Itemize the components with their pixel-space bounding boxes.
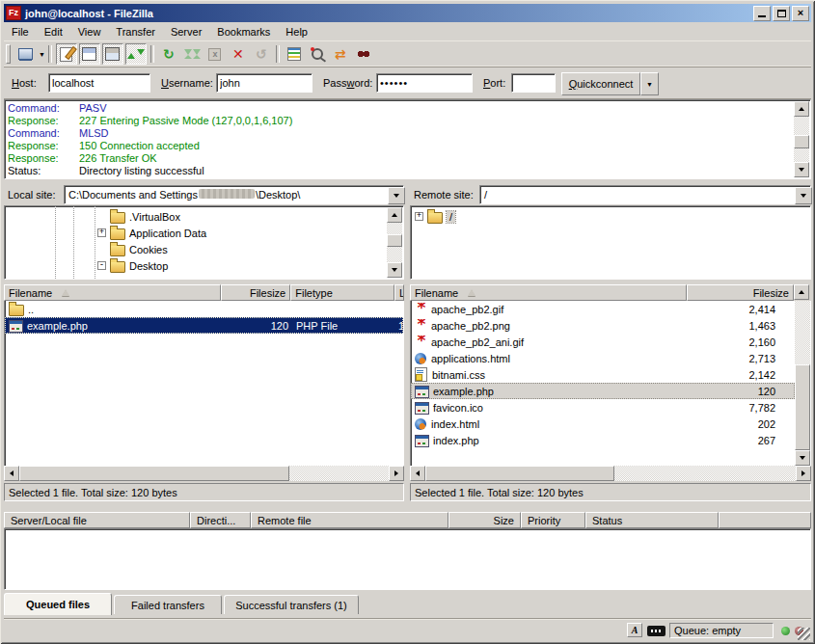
close-button[interactable]: × [792, 6, 809, 21]
resize-grip[interactable] [798, 628, 810, 640]
menu-server[interactable]: Server [163, 23, 209, 40]
title-bar[interactable]: Fz john@localhost - FileZilla × [4, 4, 811, 22]
scroll-down-button[interactable] [387, 262, 402, 278]
process-queue-button[interactable] [181, 43, 203, 65]
reconnect-button[interactable]: ↺ [251, 43, 272, 65]
scroll-up-button[interactable] [387, 207, 402, 223]
local-col-filetype[interactable]: Filetype [290, 284, 394, 301]
file-row[interactable]: applications.html2,713 [411, 350, 795, 366]
menu-help[interactable]: Help [278, 23, 315, 40]
expander-icon[interactable]: - [97, 261, 106, 270]
file-row[interactable]: *apache_pb2_ani.gif2,160 [411, 334, 795, 350]
menu-file[interactable]: File [4, 23, 37, 40]
filezilla-app-icon[interactable]: Fz [6, 6, 21, 20]
scroll-down-button[interactable] [795, 450, 810, 466]
expander-icon[interactable]: + [415, 212, 423, 221]
site-manager-button[interactable] [14, 43, 36, 65]
queue-col-direction[interactable]: Directi... [190, 512, 251, 528]
port-input[interactable] [511, 73, 556, 93]
local-hscrollbar[interactable] [4, 466, 404, 481]
file-row[interactable]: example.php120PHP File1 [5, 317, 403, 334]
queue-col-remote-file[interactable]: Remote file [251, 512, 448, 528]
file-row[interactable]: index.html202 [411, 416, 795, 432]
toggle-remote-tree-button[interactable] [102, 43, 123, 65]
toggle-local-tree-button[interactable] [79, 43, 100, 65]
tab-successful-transfers[interactable]: Successful transfers (1) [224, 595, 359, 614]
password-input[interactable] [376, 73, 473, 93]
expander-icon[interactable]: + [97, 228, 106, 237]
tree-item[interactable]: -Desktop [97, 257, 386, 274]
remote-root-label[interactable]: / [447, 211, 455, 223]
scroll-thumb[interactable] [794, 135, 809, 148]
queue-arrows-icon2 [137, 49, 145, 59]
menu-view[interactable]: View [70, 23, 109, 40]
transfer-type-ascii-icon[interactable]: A [627, 623, 642, 637]
remote-list-scrollbar[interactable] [795, 301, 810, 466]
file-row[interactable]: example.php120 [411, 383, 795, 399]
tree-item[interactable]: +Application Data [97, 225, 386, 241]
toggle-queue-button[interactable] [125, 43, 147, 65]
local-tree-scrollbar[interactable] [387, 207, 402, 278]
tab-queued-files[interactable]: Queued files [4, 593, 112, 615]
queue-col-size[interactable]: Size [448, 512, 521, 528]
indicator-badge-icon[interactable] [647, 626, 666, 636]
tab-failed-transfers[interactable]: Failed transfers [114, 595, 222, 614]
remote-tree-root[interactable]: + / [411, 206, 810, 225]
scroll-left-button[interactable] [4, 466, 19, 481]
remote-col-filesize[interactable]: Filesize [687, 284, 794, 301]
local-col-filename[interactable]: Filename [4, 284, 221, 301]
queue-col-priority[interactable]: Priority [521, 512, 585, 528]
scroll-right-button[interactable] [796, 466, 811, 481]
maximize-button[interactable] [773, 6, 790, 21]
remote-hscrollbar[interactable] [410, 466, 811, 481]
refresh-button[interactable]: ↻ [158, 43, 179, 65]
synchronized-browsing-button[interactable]: ⇄ [330, 43, 351, 65]
scroll-thumb[interactable] [425, 466, 614, 481]
username-input[interactable] [216, 73, 312, 93]
queue-col-status[interactable]: Status [585, 512, 719, 528]
directory-comparison-button[interactable] [307, 43, 328, 65]
host-input[interactable] [48, 73, 150, 93]
scroll-left-button[interactable] [410, 466, 425, 481]
disconnect-button[interactable]: ✕ [228, 43, 249, 65]
file-row[interactable]: *apache_pb2.gif2,414 [411, 301, 795, 317]
remote-site-combo[interactable]: / [479, 185, 811, 204]
quickconnect-dropdown[interactable]: ▼ [640, 72, 659, 95]
scroll-thumb[interactable] [387, 234, 402, 247]
minimize-button[interactable] [753, 6, 771, 21]
local-col-filesize[interactable]: Filesize [221, 284, 290, 301]
site-manager-dropdown[interactable]: ▼ [39, 51, 45, 58]
file-row[interactable]: .. [5, 301, 403, 317]
find-files-button[interactable] [353, 43, 374, 65]
filter-button[interactable] [284, 43, 305, 65]
menu-edit[interactable]: Edit [37, 23, 70, 40]
cancel-operation-button[interactable]: x [204, 43, 226, 65]
local-site-combo[interactable]: C:\Documents and Settings\Desktop\ [64, 185, 404, 204]
toggle-message-log-button[interactable] [56, 43, 77, 65]
file-row[interactable]: favicon.ico7,782 [411, 399, 795, 416]
file-row[interactable]: *apache_pb2.png1,463 [411, 317, 795, 334]
local-col-lastmodified[interactable]: L [394, 284, 404, 301]
scroll-down-button[interactable] [794, 162, 809, 177]
tree-item[interactable]: Cookies [97, 241, 386, 257]
file-row[interactable]: index.php267 [411, 432, 795, 448]
remote-col-filename[interactable]: Filename [410, 284, 687, 301]
tree-item-label: Cookies [129, 244, 168, 255]
firefox-icon [415, 418, 426, 430]
scroll-up-button[interactable] [794, 101, 809, 117]
tree-item[interactable]: .VirtualBox [97, 208, 386, 225]
scroll-thumb[interactable] [795, 364, 810, 450]
menu-bookmarks[interactable]: Bookmarks [209, 23, 278, 40]
local-site-combo-arrow[interactable] [388, 187, 405, 204]
queue-list[interactable] [4, 528, 811, 590]
toolbar-grip[interactable] [6, 44, 11, 64]
quickconnect-button[interactable]: Quickconnect [561, 72, 640, 95]
menu-transfer[interactable]: Transfer [108, 23, 163, 40]
scroll-thumb[interactable] [19, 466, 289, 481]
queue-col-server-local-file[interactable]: Server/Local file [4, 512, 190, 528]
remote-site-combo-arrow[interactable] [795, 187, 812, 204]
log-scrollbar[interactable] [794, 101, 809, 177]
scroll-right-button[interactable] [389, 466, 404, 481]
scroll-up-button[interactable] [794, 284, 809, 300]
file-row[interactable]: bitnami.css2,142 [411, 366, 795, 383]
